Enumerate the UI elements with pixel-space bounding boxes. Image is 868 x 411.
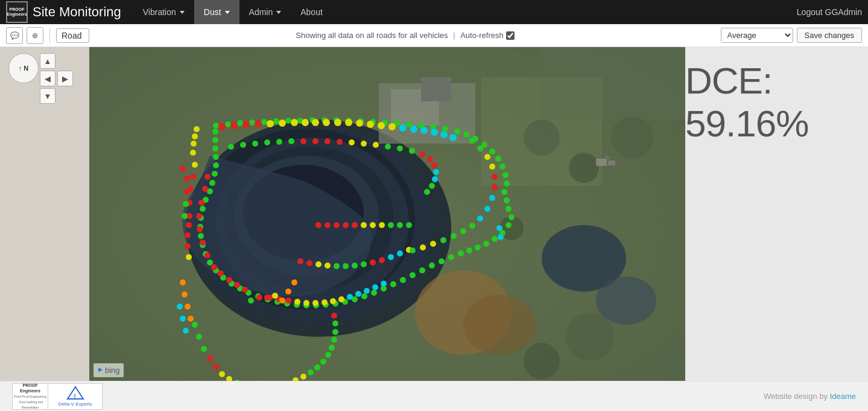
svg-point-49	[495, 156, 501, 162]
svg-point-223	[180, 279, 186, 285]
svg-point-104	[212, 137, 218, 143]
auto-refresh-checkbox[interactable]	[506, 31, 515, 40]
road-dropdown[interactable]: Road	[56, 28, 89, 43]
svg-point-271	[451, 233, 457, 239]
svg-point-17	[596, 276, 656, 325]
svg-point-151	[338, 296, 344, 302]
svg-point-153	[410, 126, 417, 133]
nav-item-about[interactable]: About	[291, 0, 332, 24]
svg-point-70	[390, 281, 396, 287]
svg-point-43	[442, 126, 448, 132]
svg-point-158	[177, 304, 183, 310]
pan-up-btn[interactable]: ▲	[40, 53, 55, 69]
svg-point-163	[347, 294, 353, 300]
svg-point-63	[458, 250, 464, 256]
svg-point-152	[399, 124, 407, 132]
svg-point-274	[420, 244, 426, 250]
svg-point-108	[242, 121, 250, 128]
svg-rect-278	[605, 156, 610, 159]
svg-point-131	[291, 119, 298, 126]
svg-point-175	[312, 138, 318, 144]
nav-item-dust[interactable]: Dust	[194, 0, 239, 24]
svg-point-266	[489, 195, 495, 201]
ideame-link[interactable]: Ideame	[830, 392, 856, 401]
satellite-view[interactable]	[89, 47, 685, 411]
brand: PROOFEngineers Site Monitoring	[6, 1, 121, 23]
add-location-icon[interactable]: ⊕	[27, 27, 43, 44]
svg-point-217	[361, 261, 367, 267]
average-select[interactable]: Average Maximum Minimum	[721, 28, 793, 43]
svg-point-210	[297, 258, 303, 264]
svg-point-48	[489, 148, 495, 155]
pan-down-btn[interactable]: ▼	[40, 88, 55, 104]
svg-point-59	[492, 236, 498, 242]
svg-point-93	[198, 233, 204, 239]
svg-point-206	[186, 222, 192, 228]
svg-point-145	[194, 126, 200, 132]
pan-right-btn[interactable]: ▶	[57, 71, 73, 86]
svg-rect-15	[421, 77, 451, 101]
nav-item-admin[interactable]: Admin	[239, 0, 291, 24]
svg-point-28	[261, 119, 267, 125]
svg-point-154	[420, 127, 428, 134]
svg-point-189	[429, 183, 435, 189]
svg-point-200	[397, 222, 403, 228]
svg-point-116	[204, 252, 211, 258]
svg-point-149	[322, 299, 328, 305]
footer-logos: PROOFEngineersProof Proof Engineering · …	[12, 383, 103, 410]
svg-point-103	[212, 145, 218, 151]
nav-item-vibration[interactable]: Vibration	[133, 0, 194, 24]
svg-point-209	[186, 254, 192, 260]
svg-point-261	[477, 145, 483, 151]
svg-point-112	[198, 200, 204, 206]
svg-point-272	[440, 237, 446, 243]
svg-point-172	[276, 139, 282, 145]
save-changes-button[interactable]: Save changes	[797, 28, 862, 43]
svg-point-249	[325, 352, 331, 358]
svg-point-130	[279, 119, 286, 127]
svg-point-100	[212, 171, 218, 177]
svg-point-114	[197, 226, 203, 232]
svg-point-26	[237, 120, 243, 126]
svg-point-264	[492, 174, 498, 180]
info-text: Showing all data on all roads for all ve…	[93, 31, 717, 40]
svg-point-219	[379, 257, 385, 263]
svg-point-207	[185, 232, 191, 238]
svg-point-61	[475, 244, 481, 250]
compass[interactable]: ↑ N	[8, 53, 39, 83]
svg-point-221	[397, 250, 403, 256]
auto-refresh-area: Auto-refresh	[460, 31, 515, 40]
svg-point-192	[325, 222, 331, 228]
svg-point-27	[249, 119, 255, 126]
svg-point-138	[367, 121, 374, 128]
logout-button[interactable]: Logout GGAdmin	[797, 7, 862, 17]
svg-point-150	[330, 298, 336, 304]
svg-point-177	[337, 139, 343, 145]
satellite-map	[89, 47, 685, 411]
svg-point-182	[397, 145, 403, 151]
svg-point-165	[364, 288, 370, 294]
svg-point-263	[489, 164, 495, 170]
svg-text:ε: ε	[74, 392, 77, 399]
svg-point-137	[356, 119, 363, 127]
svg-point-115	[200, 240, 206, 246]
svg-point-109	[255, 120, 262, 127]
svg-point-66	[429, 263, 435, 269]
svg-point-156	[440, 131, 448, 138]
svg-point-50	[499, 164, 505, 170]
svg-point-267	[484, 206, 490, 212]
svg-point-186	[431, 162, 437, 168]
svg-point-220	[388, 254, 394, 260]
svg-point-118	[218, 270, 224, 276]
site-title: Site Monitoring	[33, 4, 121, 20]
svg-point-253	[332, 320, 338, 327]
svg-point-23	[524, 343, 560, 379]
pan-left-btn[interactable]: ◀	[40, 71, 55, 86]
svg-point-213	[325, 263, 331, 269]
svg-point-174	[300, 138, 306, 144]
speech-bubble-icon[interactable]: 💬	[6, 27, 23, 44]
svg-point-190	[424, 189, 430, 195]
svg-point-22	[566, 313, 614, 361]
footer-proof-logo: PROOFEngineersProof Proof Engineering · …	[12, 383, 48, 410]
svg-point-258	[183, 201, 189, 207]
